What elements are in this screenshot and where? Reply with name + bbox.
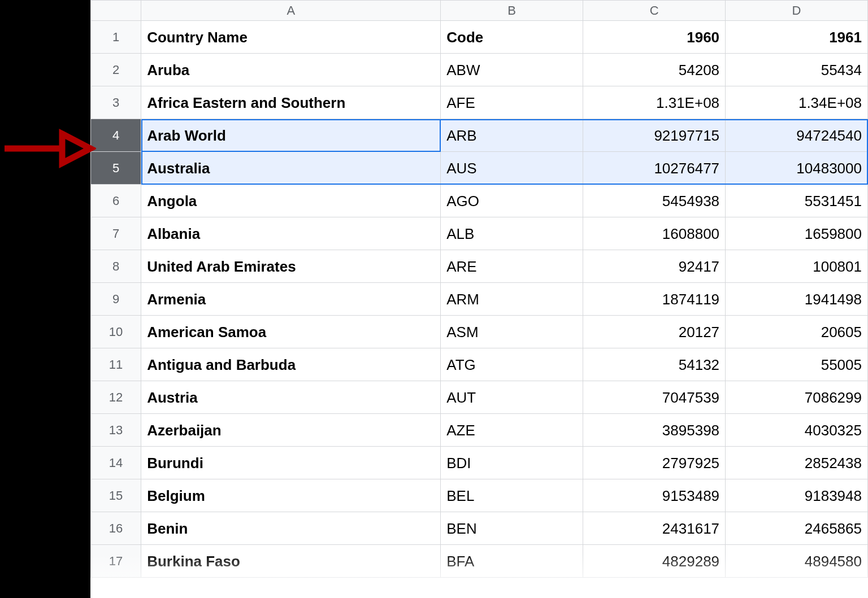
cell-A[interactable]: Burkina Faso	[141, 545, 441, 578]
row-header[interactable]: 16	[91, 512, 141, 545]
cell-B[interactable]: AFE	[441, 86, 583, 119]
cell-B[interactable]: ATG	[441, 348, 583, 381]
cell-A[interactable]: Arab World	[141, 119, 441, 152]
cell-C[interactable]: 3895398	[583, 414, 726, 447]
cell-D[interactable]: 55434	[726, 54, 868, 86]
cell-D[interactable]: 1941498	[726, 283, 868, 316]
row-header[interactable]: 11	[91, 348, 141, 381]
cell-C[interactable]: 7047539	[583, 381, 726, 414]
cell-C[interactable]: 1960	[583, 21, 726, 54]
row-header[interactable]: 9	[91, 283, 141, 316]
cell-C[interactable]: 54208	[583, 54, 726, 86]
row-header[interactable]: 8	[91, 250, 141, 283]
cell-B[interactable]: BEL	[441, 479, 583, 512]
cell-C[interactable]: 1874119	[583, 283, 726, 316]
cell-C[interactable]: 1608800	[583, 217, 726, 250]
cell-D[interactable]: 4030325	[726, 414, 868, 447]
table-row[interactable]: 3Africa Eastern and SouthernAFE1.31E+081…	[91, 86, 868, 119]
row-header[interactable]: 7	[91, 217, 141, 250]
table-row[interactable]: 9ArmeniaARM18741191941498	[91, 283, 868, 316]
cell-C[interactable]: 9153489	[583, 479, 726, 512]
cell-A[interactable]: Belgium	[141, 479, 441, 512]
cell-A[interactable]: Benin	[141, 512, 441, 545]
cell-D[interactable]: 55005	[726, 348, 868, 381]
table-row[interactable]: 11Antigua and BarbudaATG5413255005	[91, 348, 868, 381]
table-row[interactable]: 4Arab WorldARB9219771594724540	[91, 119, 868, 152]
table-row[interactable]: 15BelgiumBEL91534899183948	[91, 479, 868, 512]
cell-C[interactable]: 54132	[583, 348, 726, 381]
cell-A[interactable]: Albania	[141, 217, 441, 250]
cell-C[interactable]: 1.31E+08	[583, 86, 726, 119]
cell-B[interactable]: ALB	[441, 217, 583, 250]
row-header[interactable]: 4	[91, 119, 141, 152]
cell-A[interactable]: Antigua and Barbuda	[141, 348, 441, 381]
select-all-corner[interactable]	[91, 1, 141, 21]
table-row[interactable]: 8United Arab EmiratesARE92417100801	[91, 250, 868, 283]
cell-A[interactable]: Armenia	[141, 283, 441, 316]
cell-C[interactable]: 92197715	[583, 119, 726, 152]
table-row[interactable]: 16BeninBEN24316172465865	[91, 512, 868, 545]
cell-B[interactable]: ARE	[441, 250, 583, 283]
cell-D[interactable]: 2465865	[726, 512, 868, 545]
cell-D[interactable]: 10483000	[726, 152, 868, 185]
table-row[interactable]: 7AlbaniaALB16088001659800	[91, 217, 868, 250]
cell-A[interactable]: American Samoa	[141, 316, 441, 348]
cell-D[interactable]: 7086299	[726, 381, 868, 414]
cell-D[interactable]: 100801	[726, 250, 868, 283]
cell-D[interactable]: 5531451	[726, 185, 868, 217]
cell-C[interactable]: 92417	[583, 250, 726, 283]
cell-B[interactable]: BFA	[441, 545, 583, 578]
spreadsheet-viewport[interactable]: A B C D 1Country NameCode196019612ArubaA…	[90, 0, 868, 598]
row-header[interactable]: 2	[91, 54, 141, 86]
column-header-D[interactable]: D	[726, 1, 868, 21]
table-row[interactable]: 2ArubaABW5420855434	[91, 54, 868, 86]
row-header[interactable]: 10	[91, 316, 141, 348]
cell-B[interactable]: AZE	[441, 414, 583, 447]
cell-D[interactable]: 2852438	[726, 447, 868, 479]
row-header[interactable]: 12	[91, 381, 141, 414]
table-row[interactable]: 6AngolaAGO54549385531451	[91, 185, 868, 217]
cell-D[interactable]: 9183948	[726, 479, 868, 512]
cell-D[interactable]: 1961	[726, 21, 868, 54]
row-header[interactable]: 3	[91, 86, 141, 119]
cell-C[interactable]: 2431617	[583, 512, 726, 545]
row-header[interactable]: 6	[91, 185, 141, 217]
row-header[interactable]: 13	[91, 414, 141, 447]
cell-D[interactable]: 4894580	[726, 545, 868, 578]
cell-C[interactable]: 5454938	[583, 185, 726, 217]
row-header[interactable]: 5	[91, 152, 141, 185]
table-row[interactable]: 10American SamoaASM2012720605	[91, 316, 868, 348]
cell-C[interactable]: 20127	[583, 316, 726, 348]
cell-D[interactable]: 94724540	[726, 119, 868, 152]
cell-B[interactable]: BEN	[441, 512, 583, 545]
column-header-C[interactable]: C	[583, 1, 726, 21]
cell-A[interactable]: Australia	[141, 152, 441, 185]
row-header[interactable]: 17	[91, 545, 141, 578]
cell-B[interactable]: ARM	[441, 283, 583, 316]
cell-A[interactable]: Africa Eastern and Southern	[141, 86, 441, 119]
table-row[interactable]: 14BurundiBDI27979252852438	[91, 447, 868, 479]
cell-A[interactable]: Angola	[141, 185, 441, 217]
table-row[interactable]: 5AustraliaAUS1027647710483000	[91, 152, 868, 185]
table-row[interactable]: 1Country NameCode19601961	[91, 21, 868, 54]
cell-B[interactable]: ABW	[441, 54, 583, 86]
cell-C[interactable]: 4829289	[583, 545, 726, 578]
cell-B[interactable]: ARB	[441, 119, 583, 152]
row-header[interactable]: 15	[91, 479, 141, 512]
cell-A[interactable]: United Arab Emirates	[141, 250, 441, 283]
cell-B[interactable]: BDI	[441, 447, 583, 479]
cell-B[interactable]: Code	[441, 21, 583, 54]
table-row[interactable]: 13AzerbaijanAZE38953984030325	[91, 414, 868, 447]
table-row[interactable]: 12AustriaAUT70475397086299	[91, 381, 868, 414]
cell-B[interactable]: ASM	[441, 316, 583, 348]
cell-A[interactable]: Azerbaijan	[141, 414, 441, 447]
cell-A[interactable]: Aruba	[141, 54, 441, 86]
row-header[interactable]: 1	[91, 21, 141, 54]
cell-A[interactable]: Austria	[141, 381, 441, 414]
table-row[interactable]: 17Burkina FasoBFA48292894894580	[91, 545, 868, 578]
column-header-A[interactable]: A	[141, 1, 441, 21]
column-header-B[interactable]: B	[441, 1, 583, 21]
cell-B[interactable]: AUS	[441, 152, 583, 185]
cell-D[interactable]: 20605	[726, 316, 868, 348]
cell-B[interactable]: AUT	[441, 381, 583, 414]
